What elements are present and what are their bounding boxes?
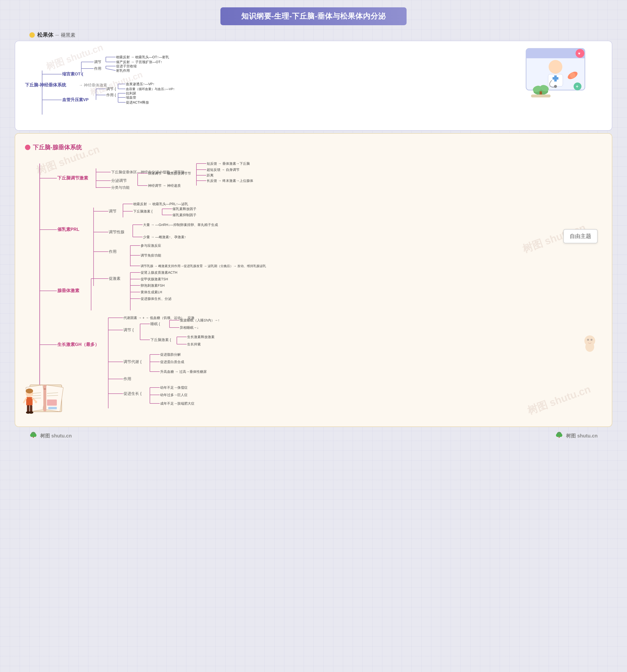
bottom-mindmap-svg: 下丘脑调节激素 下丘脑促垂体区—神经内分泌小细胞—调节肽 分泌调节 体液调节 →… <box>25 159 343 416</box>
svg-text:调节代谢 {: 调节代谢 { <box>123 360 142 364</box>
free-theme-button[interactable]: 自由主题 <box>563 229 598 243</box>
tree-icon-right <box>555 432 563 440</box>
svg-text:催乳素抑制因子: 催乳素抑制因子 <box>172 213 196 217</box>
svg-text:调节: 调节 <box>94 60 101 64</box>
page-title: 知识纲要-生理-下丘脑-垂体与松果体内分泌 <box>241 12 386 20</box>
svg-text:作用: 作用 <box>123 377 131 381</box>
svg-text:生长抑素: 生长抑素 <box>187 342 201 346</box>
svg-point-5 <box>549 60 562 74</box>
songguoti-label: 松果体 <box>37 31 53 39</box>
svg-point-204 <box>559 434 562 437</box>
svg-text:升高血糖 → 过高→垂体性糖尿: 升高血糖 → 过高→垂体性糖尿 <box>160 370 207 374</box>
svg-rect-191 <box>47 400 57 406</box>
svg-text:作用: 作用 <box>109 249 117 254</box>
svg-text:卵泡刺激素FSH: 卵泡刺激素FSH <box>141 284 165 287</box>
svg-text:下丘脑激素 {: 下丘脑激素 { <box>150 338 171 342</box>
svg-text:短反馈 → 垂体激素→下丘脑: 短反馈 → 垂体激素→下丘脑 <box>207 162 250 166</box>
svg-text:调节 {: 调节 { <box>123 328 134 332</box>
watermark-5: 树图 shutu.cn <box>526 382 593 418</box>
xqn-title: 下丘脑-腺垂体系统 <box>33 143 82 151</box>
svg-text:幼年不足→侏儒症: 幼年不足→侏儒症 <box>160 386 188 389</box>
footer: 树图 shutu.cn 树图 shutu.cn <box>15 432 612 440</box>
svg-point-9 <box>554 85 557 88</box>
footer-logo-right: 树图 shutu.cn <box>555 432 598 440</box>
book-illustration <box>23 375 71 419</box>
svg-rect-192 <box>48 407 57 409</box>
svg-text:调节乳腺 → 雌激素支持作用→促进乳腺发育 → 泌乳期（分娩: 调节乳腺 → 雌激素支持作用→促进乳腺发育 → 泌乳期（分娩后）→ 发动、维持乳… <box>141 264 266 268</box>
deco-mascot <box>580 333 600 353</box>
svg-text:调节 {: 调节 { <box>106 87 116 91</box>
svg-text:腺垂体激素: 腺垂体激素 <box>57 288 79 293</box>
svg-rect-18 <box>531 95 551 97</box>
tree-icon <box>29 432 37 440</box>
svg-rect-175 <box>44 388 46 389</box>
svg-text:促进脂肪分解: 促进脂肪分解 <box>160 353 181 356</box>
svg-text:神经调节 → 神经递质: 神经调节 → 神经递质 <box>148 184 181 188</box>
svg-text:→ 神经垂体激素: → 神经垂体激素 <box>79 83 107 87</box>
svg-text:参与应激反应: 参与应激反应 <box>141 244 161 247</box>
svg-text:促肾上腺皮质激素ACTH: 促肾上腺皮质激素ACTH <box>141 270 177 274</box>
svg-text:射乳作用: 射乳作用 <box>116 69 130 72</box>
svg-text:作用: 作用 <box>94 66 101 71</box>
svg-rect-178 <box>26 397 32 406</box>
svg-text:长反馈 → 终末激素→上位腺体: 长反馈 → 终末激素→上位腺体 <box>207 179 253 183</box>
svg-text:吮吸反射 → 吮吸乳头—PRL↑—泌乳: 吮吸反射 → 吮吸乳头—PRL↑—泌乳 <box>133 202 188 206</box>
svg-point-195 <box>587 339 589 341</box>
svg-text:调节免疫功能: 调节免疫功能 <box>141 254 161 257</box>
svg-text:黄体生成素LH: 黄体生成素LH <box>141 290 162 294</box>
svg-point-200 <box>33 434 37 437</box>
footer-brand-right: 树图 shutu.cn <box>566 433 598 439</box>
svg-text:♥: ♥ <box>578 51 580 55</box>
svg-text:超短反馈 → 自身调节: 超短反馈 → 自身调节 <box>207 168 239 172</box>
svg-text:吮吸反射 → 吮吸乳头—OT↑—射乳: 吮吸反射 → 吮吸乳头—OT↑—射乳 <box>116 55 169 59</box>
xqn-label: 下丘脑-腺垂体系统 <box>25 143 602 151</box>
songguoti-item: 褪黑素 <box>61 32 75 39</box>
svg-text:分类与功能: 分类与功能 <box>111 185 130 190</box>
svg-point-185 <box>29 411 33 414</box>
svg-rect-8 <box>553 77 558 79</box>
svg-text:下丘脑-神经垂体系统: 下丘脑-神经垂体系统 <box>25 82 66 88</box>
songguoti-bullet <box>29 32 35 38</box>
footer-logo-left: 树图 shutu.cn <box>29 432 72 440</box>
svg-point-177 <box>26 388 33 393</box>
svg-text:血浆渗透压↑—VP↑: 血浆渗透压↑—VP↑ <box>126 82 155 86</box>
svg-text:慢波睡眠（入睡1h内）→↑: 慢波睡眠（入睡1h内）→↑ <box>180 318 220 322</box>
footer-brand: 树图 shutu.cn <box>40 433 72 439</box>
svg-text:作用 {: 作用 { <box>106 93 116 97</box>
svg-text:促进蛋白质合成: 促进蛋白质合成 <box>160 360 184 364</box>
songguoti-header: 松果体 ─ 褪黑素 <box>29 31 612 39</box>
svg-text:成年不足→肢端肥大症: 成年不足→肢端肥大症 <box>160 402 194 405</box>
svg-text:生长激素释放激素: 生长激素释放激素 <box>187 335 214 339</box>
svg-text:催乳素PRL: 催乳素PRL <box>57 227 79 232</box>
svg-line-179 <box>24 398 26 403</box>
svg-text:幼年过多→巨人症: 幼年过多→巨人症 <box>160 393 188 397</box>
top-mindmap: 树图 shutu.cn 树图 shutu.cn ♥ <box>15 41 612 131</box>
svg-text:促激素: 促激素 <box>109 277 120 281</box>
svg-text:抗利尿: 抗利尿 <box>126 91 136 95</box>
svg-text:大量 → —GnRH↓—抑制卵巢排卵、睾丸精子生成: 大量 → —GnRH↓—抑制卵巢排卵、睾丸精子生成 <box>143 223 218 227</box>
bottom-mindmap: 树图 shutu.cn 树图 shutu.cn 树图 shutu.cn 下丘脑-… <box>15 133 612 427</box>
xqn-bullet <box>25 145 30 150</box>
main-container: 知识纲要-生理-下丘脑-垂体与松果体内分泌 松果体 ─ 褪黑素 树图 shutu… <box>0 0 627 447</box>
svg-text:促进腺体生长、分泌: 促进腺体生长、分泌 <box>141 297 171 301</box>
svg-text:睡眠 {: 睡眠 { <box>150 322 160 326</box>
svg-text:催产反射 → 子宫颈扩张—OT↑: 催产反射 → 子宫颈扩张—OT↑ <box>116 60 162 64</box>
svg-text:缩宫素OT {: 缩宫素OT { <box>62 71 83 76</box>
svg-text:分泌调节: 分泌调节 <box>111 178 127 183</box>
svg-point-196 <box>590 339 593 341</box>
svg-text:促甲状腺激素TSH: 促甲状腺激素TSH <box>141 277 168 281</box>
svg-text:生长激素GH（最多）: 生长激素GH（最多） <box>57 342 99 347</box>
top-mindmap-svg: 下丘脑-神经垂体系统 → 神经垂体激素 缩宫素OT { 调节 吮吸反射 → 吮吸… <box>23 48 189 122</box>
svg-text:下丘脑调节激素: 下丘脑调节激素 <box>57 175 88 181</box>
svg-text:催乳素释放因子: 催乳素释放因子 <box>172 207 196 211</box>
svg-text:异相睡眠→↓: 异相睡眠→↓ <box>180 326 199 330</box>
svg-point-181 <box>35 401 37 403</box>
svg-text:调节性腺: 调节性腺 <box>109 230 124 234</box>
svg-text:+: + <box>576 84 579 89</box>
svg-text:距离: 距离 <box>207 173 214 177</box>
svg-text:调节: 调节 <box>109 209 117 213</box>
svg-text:下丘脑激素 {: 下丘脑激素 { <box>133 209 153 213</box>
svg-text:促进子宫收缩: 促进子宫收缩 <box>116 64 137 68</box>
title-bar: 知识纲要-生理-下丘脑-垂体与松果体内分泌 <box>220 7 407 25</box>
svg-text:血管升压素VP: 血管升压素VP <box>62 97 89 102</box>
